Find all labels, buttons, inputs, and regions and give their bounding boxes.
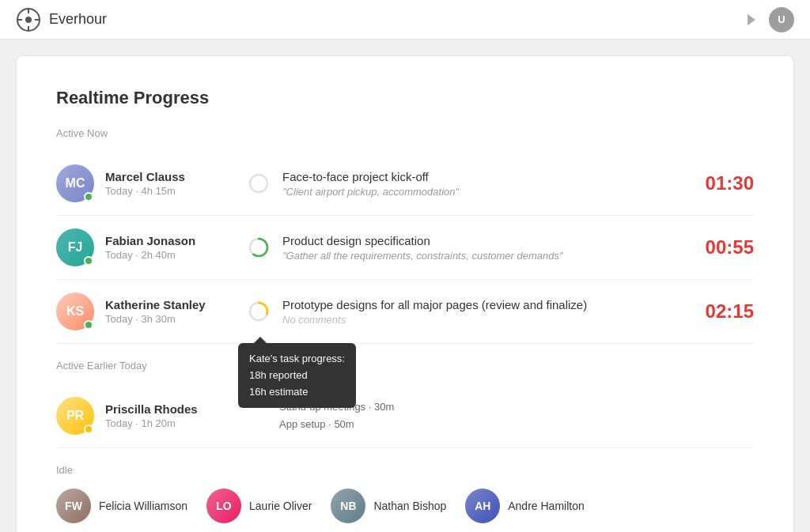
person-row-marcel: MC Marcel Clauss Today · 4h 15m Face-to-… — [56, 152, 754, 216]
idle-row: FW Felicia Williamson LO Laurie Oliver — [56, 489, 754, 523]
timer-marcel: 01:30 — [698, 172, 754, 194]
avatar-wrap-priscilla: PR — [56, 397, 94, 435]
avatar-andre: AH — [465, 489, 500, 523]
person-time-marcel: Today · 4h 15m — [105, 185, 232, 197]
task-name-katherine: Prototype designs for all major pages (r… — [282, 298, 683, 311]
task-details-katherine: Prototype designs for all major pages (r… — [282, 298, 683, 326]
svg-marker-6 — [748, 14, 755, 25]
status-dot-marcel — [84, 192, 93, 202]
tooltip-title: Kate's task progress: — [249, 351, 345, 368]
task-name-fabian: Product design specification — [282, 234, 683, 247]
status-dot-priscilla — [84, 424, 93, 434]
section-active-now-label: Active Now — [56, 127, 754, 139]
avatar-wrap-nathan: NB — [331, 489, 365, 523]
header-right: U — [742, 7, 794, 32]
task-sub-katherine: No comments — [282, 314, 683, 326]
task-name-marcel: Face-to-face project kick-off — [282, 170, 683, 183]
person-row-priscilla: PR Priscilla Rhodes Today · 1h 20m Stand… — [56, 384, 754, 448]
person-time-priscilla: Today · 1h 20m — [105, 417, 232, 429]
person-info-fabian: Fabian Jonason Today · 2h 40m — [105, 234, 232, 261]
person-info-katherine: Katherine Stanley Today · 3h 30m — [105, 298, 232, 325]
play-button[interactable] — [742, 10, 761, 29]
app-header: Everhour U — [0, 0, 810, 40]
main-content: Realtime Progress Active Now MC Marcel C… — [0, 40, 810, 532]
section-idle-label: Idle — [56, 464, 754, 476]
avatar-wrap-marcel: MC — [56, 164, 94, 202]
svg-point-1 — [25, 17, 32, 23]
avatar-laurie: LO — [206, 489, 241, 523]
idle-name-felicia: Felicia Williamson — [99, 500, 187, 512]
realtime-card: Realtime Progress Active Now MC Marcel C… — [16, 55, 794, 532]
kate-tooltip: Kate's task progress: 18h reported 16h e… — [238, 343, 356, 408]
avatar-nathan: NB — [331, 489, 365, 523]
idle-section: Idle FW Felicia Williamson LO — [56, 464, 754, 523]
task-details-marcel: Face-to-face project kick-off "Client ai… — [282, 170, 683, 198]
status-dot-fabian — [84, 256, 93, 266]
timer-fabian: 00:55 — [698, 236, 754, 258]
idle-name-laurie: Laurie Oliver — [249, 500, 312, 512]
person-row-fabian: FJ Fabian Jonason Today · 2h 40m Product… — [56, 216, 754, 280]
app-name: Everhour — [49, 11, 107, 28]
avatar-wrap-felicia: FW — [56, 489, 91, 523]
app-logo — [16, 7, 41, 32]
priscilla-task-2: App setup · 50m — [279, 416, 394, 433]
person-name-priscilla: Priscilla Rhodes — [105, 402, 232, 416]
person-name-katherine: Katherine Stanley — [105, 298, 232, 311]
page-title: Realtime Progress — [56, 88, 754, 108]
person-name-marcel: Marcel Clauss — [105, 170, 232, 183]
user-avatar[interactable]: U — [769, 7, 794, 32]
task-area-fabian: Product design specification "Gather all… — [232, 234, 698, 262]
avatar-felicia: FW — [56, 489, 91, 523]
avatar-wrap-andre: AH — [465, 489, 500, 523]
svg-point-7 — [250, 175, 267, 192]
idle-name-nathan: Nathan Bishop — [373, 500, 446, 512]
avatar-wrap-laurie: LO — [206, 489, 241, 523]
person-row-katherine: KS Katherine Stanley Today · 3h 30m Prot… — [56, 280, 754, 344]
task-area-katherine: Prototype designs for all major pages (r… — [232, 298, 698, 326]
avatar-wrap-katherine: KS — [56, 292, 94, 330]
idle-person-andre: AH Andre Hamilton — [465, 489, 585, 523]
timer-katherine: 02:15 — [698, 300, 754, 323]
task-icon-katherine — [248, 300, 270, 323]
task-sub-marcel: "Client airport pickup, accommodation" — [282, 186, 683, 198]
idle-person-felicia: FW Felicia Williamson — [56, 489, 187, 523]
section-active-earlier-label: Active Earlier Today — [56, 360, 754, 372]
idle-person-laurie: LO Laurie Oliver — [206, 489, 312, 523]
status-dot-katherine — [84, 320, 93, 330]
person-time-fabian: Today · 2h 40m — [105, 249, 232, 261]
person-time-katherine: Today · 3h 30m — [105, 313, 232, 325]
task-icon-marcel — [248, 172, 270, 194]
task-icon-fabian — [248, 236, 270, 258]
tooltip-reported: 18h reported — [249, 368, 345, 384]
person-name-fabian: Fabian Jonason — [105, 234, 232, 247]
task-sub-fabian: "Gather all the requirements, constraint… — [282, 250, 683, 262]
idle-person-nathan: NB Nathan Bishop — [331, 489, 446, 523]
task-details-fabian: Product design specification "Gather all… — [282, 234, 683, 262]
header-left: Everhour — [16, 7, 107, 32]
person-info-priscilla: Priscilla Rhodes Today · 1h 20m — [105, 402, 232, 429]
avatar-wrap-fabian: FJ — [56, 228, 94, 266]
task-area-marcel: Face-to-face project kick-off "Client ai… — [232, 170, 698, 198]
person-info-marcel: Marcel Clauss Today · 4h 15m — [105, 170, 232, 197]
idle-name-andre: Andre Hamilton — [508, 500, 585, 512]
tooltip-estimate: 16h estimate — [249, 384, 345, 401]
